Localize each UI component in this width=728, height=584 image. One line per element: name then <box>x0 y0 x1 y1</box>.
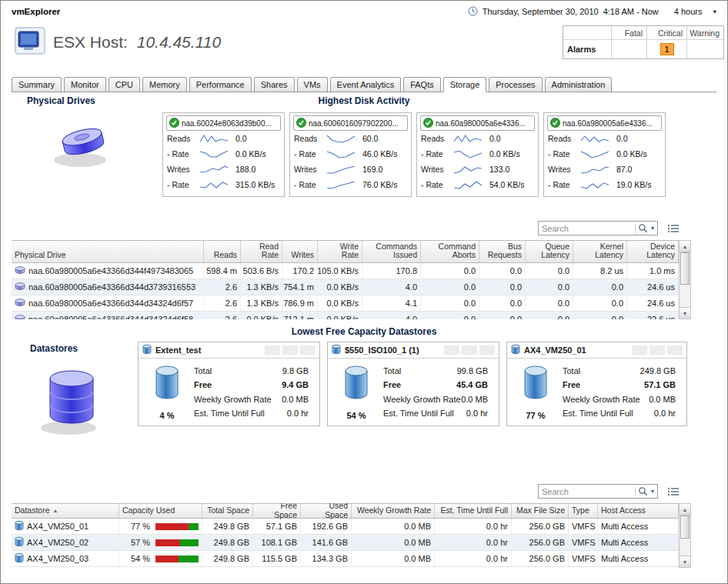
table-row[interactable]: naa.60a980005a6e43366d344d34324d6f57 2.6… <box>12 295 679 312</box>
col-est-time-until-full[interactable]: Est. Time Until Full <box>435 504 512 518</box>
col-bus-requests[interactable]: Bus Requests <box>479 241 526 262</box>
col-device-latency[interactable]: Device Latency <box>627 241 679 262</box>
sparkline-icon <box>580 179 611 190</box>
critical-count-cell[interactable]: 1 <box>646 39 686 58</box>
search-icon[interactable] <box>636 486 650 496</box>
warning-count-cell[interactable] <box>686 39 723 58</box>
vertical-scrollbar[interactable]: ▲ ▼ <box>679 503 691 568</box>
col-commands-issued[interactable]: Commands Issued <box>362 241 421 262</box>
col-kernel-latency[interactable]: Kernel Latency <box>573 241 627 262</box>
col-write-rate[interactable]: Write Rate <box>318 241 362 262</box>
chevron-down-icon[interactable]: ▾ <box>713 8 716 15</box>
disk-name-box[interactable]: naa.60a980005a6e4336... <box>420 115 535 131</box>
drive-name: naa.60a980005a6e43366d344d34324d6f57 <box>28 299 193 308</box>
tab-cpu[interactable]: CPU <box>109 77 140 92</box>
disk-name-box[interactable]: naa.6006016097902200... <box>293 115 408 131</box>
table-customizer-icon[interactable] <box>667 223 680 234</box>
search-options-caret-icon[interactable]: ▾ <box>650 225 657 232</box>
scroll-thumb[interactable] <box>680 516 690 539</box>
metric-value: 46.0 KB/s <box>362 149 398 159</box>
tab-faqts[interactable]: FAQts <box>403 77 441 92</box>
physical-drives-table: Physical Drive Reads Read Rate Writes Wr… <box>12 240 691 319</box>
search-input[interactable] <box>539 487 635 496</box>
physical-drive-icon <box>15 314 25 319</box>
capacity-percent: 54 % <box>346 411 366 420</box>
disk-activity-card[interactable]: naa.60a980005a6e4336... Reads0.0 - Rate0… <box>543 112 666 197</box>
tab-event-analytics[interactable]: Event Analytics <box>330 77 402 92</box>
table-customizer-icon[interactable] <box>667 486 680 497</box>
capacity-gauge-icon <box>155 365 179 402</box>
search-icon[interactable] <box>636 223 650 233</box>
tab-memory[interactable]: Memory <box>142 77 187 92</box>
sparkline-icon <box>199 149 230 159</box>
col-queue-latency[interactable]: Queue Latency <box>526 241 573 262</box>
table-row[interactable]: naa.60a980005a6e43366d344d34324d6f58 2.6… <box>12 312 679 319</box>
tab-summary[interactable]: Summary <box>12 77 62 92</box>
col-command-aborts[interactable]: Command Aborts <box>421 241 479 262</box>
col-read-rate[interactable]: Read Rate <box>241 241 282 262</box>
disk-name-box[interactable]: naa.60a980005a6e4336... <box>547 115 662 131</box>
tab-bar: Summary Monitor CPU Memory Performance S… <box>12 76 716 92</box>
time-range-selector[interactable]: Thursday, September 30, 2010 4:18 AM - N… <box>468 6 716 18</box>
table-row[interactable]: naa.60a980005a6e43366d344f4973483065 598… <box>12 263 679 279</box>
col-type[interactable]: Type <box>569 504 598 518</box>
scroll-down-button[interactable]: ▼ <box>680 556 690 567</box>
col-writes[interactable]: Writes <box>282 241 318 262</box>
search-options-caret-icon[interactable]: ▾ <box>650 488 657 495</box>
disk-name-box[interactable]: naa.60024e8063d39b00... <box>166 115 281 131</box>
col-free-space[interactable]: Free Space <box>253 504 301 518</box>
alarms-col-fatal: Fatal <box>611 26 646 39</box>
disk-name: naa.60a980005a6e4336... <box>436 119 526 128</box>
table-row[interactable]: AX4_VM250_03 54 % 249.8 GB 115.5 GB 134.… <box>12 551 679 567</box>
scroll-up-button[interactable]: ▲ <box>680 504 690 516</box>
col-used-space[interactable]: Used Space <box>301 504 352 518</box>
datastore-name: AX4_VM250_01 <box>524 345 586 355</box>
col-datastore[interactable]: Datastore▲ <box>12 504 119 518</box>
status-ok-icon <box>423 118 433 129</box>
datastore-icon <box>15 552 24 565</box>
col-max-file-size[interactable]: Max File Size <box>512 504 569 518</box>
metric-value: 19.0 KB/s <box>616 180 652 189</box>
metric-label: - Rate <box>167 149 199 159</box>
sparkline-icon <box>326 164 357 175</box>
col-host-access[interactable]: Host Access <box>598 504 679 518</box>
disk-activity-card[interactable]: naa.60a980005a6e4336... Reads0.0 - Rate0… <box>416 112 539 197</box>
scroll-up-button[interactable]: ▲ <box>680 241 690 252</box>
col-weekly-growth-rate[interactable]: Weekly Growth Rate <box>352 504 435 518</box>
table-row[interactable]: AX4_VM250_02 57 % 249.8 GB 108.1 GB 141.… <box>12 535 679 551</box>
metric-label: Reads <box>294 134 326 143</box>
vertical-scrollbar[interactable]: ▲ ▼ <box>679 240 691 319</box>
table-row[interactable]: AX4_VM250_01 77 % 249.8 GB 57.1 GB 192.6… <box>12 519 679 535</box>
tab-storage[interactable]: Storage <box>443 77 487 92</box>
disk-activity-card[interactable]: naa.60024e8063d39b00... Reads0.0 - Rate0… <box>162 112 285 197</box>
capacity-percent: 4 % <box>160 411 175 420</box>
fatal-count-cell[interactable] <box>611 39 646 58</box>
col-total-space[interactable]: Total Space <box>202 504 253 518</box>
top-bar: vmExplorer Thursday, September 30, 2010 … <box>1 1 727 22</box>
critical-count-badge[interactable]: 1 <box>660 43 674 55</box>
tab-monitor[interactable]: Monitor <box>64 77 106 92</box>
sparkline-icon <box>580 149 611 159</box>
col-physical-drive[interactable]: Physical Drive <box>12 241 204 262</box>
datastore-card[interactable]: $550_ISO100_1 (1) 54 % Total99.8 GB Free… <box>327 342 499 426</box>
page-header: ESX Host: 10.4.45.110 Fatal Critical War… <box>1 22 727 73</box>
metric-value: 133.0 <box>489 165 509 174</box>
scroll-down-button[interactable]: ▼ <box>680 307 690 319</box>
tab-administration[interactable]: Administration <box>545 77 613 92</box>
scroll-thumb[interactable] <box>680 252 690 285</box>
datastore-card[interactable]: Extent_test 4 % Total9.8 GB Free9.4 GB W… <box>138 342 320 426</box>
disk-activity-card[interactable]: naa.6006016097902200... Reads60.0 - Rate… <box>289 112 412 197</box>
physical-drives-section-headings: Physical Drives Highest Disk Activity <box>1 95 727 108</box>
physical-drives-icon <box>45 120 129 197</box>
datastore-card[interactable]: AX4_VM250_01 77 % Total249.8 GB Free57.1… <box>506 342 687 426</box>
tab-performance[interactable]: Performance <box>189 77 252 92</box>
metric-value: 76.0 KB/s <box>362 180 398 189</box>
table-row[interactable]: naa.60a980005a6e43366d344d3739316553 2.6… <box>12 279 679 295</box>
tab-vms[interactable]: VMs <box>297 77 328 92</box>
tab-shares[interactable]: Shares <box>254 77 295 92</box>
capacity-gauge-icon <box>345 365 368 402</box>
col-reads[interactable]: Reads <box>204 241 241 262</box>
col-capacity-used[interactable]: Capacity Used <box>119 504 202 518</box>
tab-processes[interactable]: Processes <box>489 77 542 92</box>
search-input[interactable] <box>539 224 635 233</box>
